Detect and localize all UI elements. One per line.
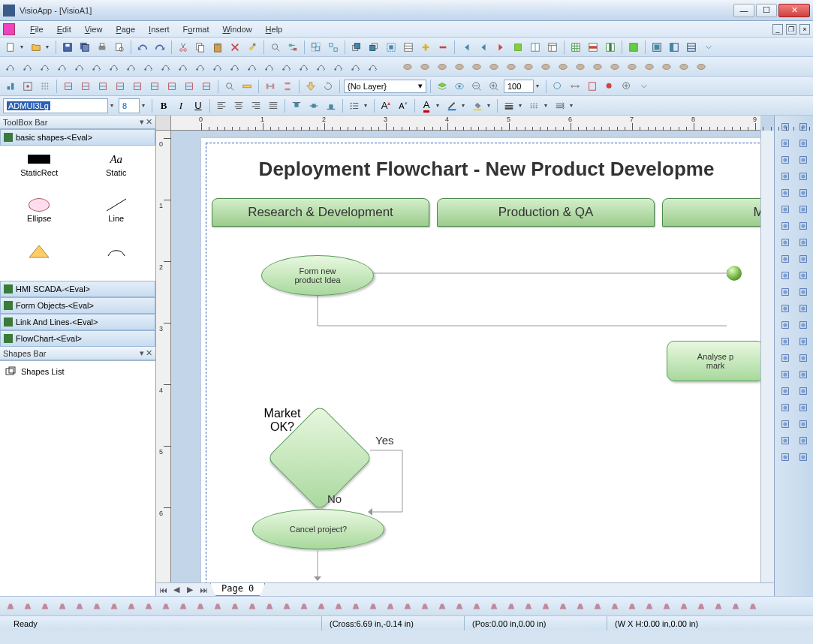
nav-first-button[interactable] [459, 40, 474, 55]
connector-tool-13[interactable] [227, 59, 242, 74]
connector-tool-9[interactable] [158, 59, 173, 74]
align-left-button[interactable] [214, 98, 229, 113]
connector-u[interactable] [796, 401, 811, 414]
rotate-button[interactable] [321, 79, 336, 94]
connector-tool-19[interactable] [331, 59, 346, 74]
category-link[interactable]: Link And Lines-<Eval> [0, 314, 155, 330]
table-insert-button[interactable] [568, 40, 583, 55]
rect-tool[interactable] [796, 219, 811, 233]
bottom-shape-31[interactable] [538, 599, 553, 614]
pointer[interactable] [778, 120, 793, 134]
bottom-shape-19[interactable] [331, 599, 346, 614]
shape-staticrect[interactable]: StaticRect [5, 150, 74, 193]
properties-button[interactable] [545, 40, 560, 55]
layers-dialog-button[interactable] [401, 40, 416, 55]
shapes-list-item[interactable]: Shapes List [0, 361, 155, 382]
window-minimize-button[interactable]: — [733, 4, 754, 17]
rrect[interactable] [796, 351, 811, 365]
menu-window[interactable]: Window [216, 23, 257, 35]
remove-button[interactable] [435, 40, 450, 55]
cut-button[interactable] [176, 40, 191, 55]
node-form-idea[interactable]: Form new product Idea [261, 255, 374, 296]
align-tool-8[interactable] [199, 79, 214, 94]
shape-tool-8[interactable] [538, 59, 553, 74]
camera[interactable] [778, 434, 793, 447]
table-insert-row-button[interactable] [586, 40, 601, 55]
ruler-toggle[interactable] [239, 79, 254, 94]
bottom-shape-18[interactable] [314, 599, 329, 614]
category-basic-shapes[interactable]: basic shapes-<Eval> [0, 129, 155, 146]
ellipse-tool[interactable] [778, 219, 793, 233]
swimlane-rd[interactable]: Research & Development [212, 198, 429, 227]
open-button[interactable] [29, 40, 44, 55]
redo-button[interactable] [152, 40, 167, 55]
layer-selector[interactable]: {No Layer}▾ [344, 80, 426, 93]
zoom-sel-button[interactable] [619, 79, 634, 94]
line-color-button[interactable] [444, 98, 459, 113]
bottom-shape-13[interactable] [227, 599, 242, 614]
align-justify-button[interactable] [266, 98, 281, 113]
table-insert-col-button[interactable] [603, 40, 618, 55]
category-form[interactable]: Form Objects-<Eval> [0, 297, 155, 314]
line-cross[interactable] [796, 153, 811, 167]
shape-tool-1[interactable] [417, 59, 432, 74]
distribute-v-button[interactable] [280, 79, 295, 94]
connector-tool-4[interactable] [72, 59, 87, 74]
menu-file[interactable]: File [24, 23, 50, 35]
bottom-shape-24[interactable] [417, 599, 432, 614]
zoom-page-button[interactable] [585, 79, 600, 94]
format-painter-button[interactable] [245, 40, 260, 55]
layout-2-button[interactable] [667, 40, 682, 55]
node-analyse[interactable]: Analyse p mark [667, 341, 760, 381]
bottom-shape-39[interactable] [676, 599, 691, 614]
triangle-left[interactable] [778, 236, 793, 249]
valign-top-button[interactable] [289, 98, 304, 113]
align-tool-0[interactable] [61, 79, 76, 94]
bottom-shape-40[interactable] [694, 599, 709, 614]
send-back-button[interactable] [366, 40, 381, 55]
layer-add-button[interactable] [435, 79, 450, 94]
connector-tool-15[interactable] [262, 59, 277, 74]
node-start-sphere[interactable] [727, 266, 742, 281]
connector-tool-0[interactable] [3, 59, 18, 74]
star[interactable] [796, 252, 811, 266]
shape-ellipse[interactable]: Ellipse [5, 196, 74, 239]
connector-tool-21[interactable] [366, 59, 381, 74]
add-button[interactable] [418, 40, 433, 55]
bottom-shape-11[interactable] [193, 599, 208, 614]
bottom-shape-9[interactable] [158, 599, 173, 614]
pan-button[interactable] [303, 79, 318, 94]
connector-z[interactable] [778, 401, 793, 414]
connector-tool-20[interactable] [348, 59, 363, 74]
shape-tool-12[interactable] [607, 59, 622, 74]
shape-tool-4[interactable] [469, 59, 484, 74]
bottom-shape-21[interactable] [366, 599, 381, 614]
s-curve[interactable] [778, 186, 793, 200]
bottom-shape-8[interactable] [141, 599, 156, 614]
swimlane-prod[interactable]: Production & QA [437, 198, 655, 227]
bottom-shape-41[interactable] [711, 599, 726, 614]
font-color-button[interactable]: A [419, 98, 434, 113]
connector-tool-18[interactable] [314, 59, 329, 74]
anchor-toggle[interactable] [20, 79, 35, 94]
connector-tool-14[interactable] [245, 59, 260, 74]
paste-button[interactable] [210, 40, 225, 55]
zoom-width-button[interactable] [568, 79, 583, 94]
connector-tool-16[interactable] [279, 59, 294, 74]
window-close-button[interactable]: ✕ [778, 4, 810, 17]
node-cancel[interactable]: Cancel project? [252, 509, 384, 549]
replace-button[interactable] [285, 40, 300, 55]
bullets-button[interactable] [347, 98, 362, 113]
undo-button[interactable] [135, 40, 150, 55]
connector-tool-6[interactable] [107, 59, 122, 74]
image-tool[interactable] [796, 417, 811, 431]
italic-button[interactable]: I [173, 98, 188, 113]
zoom-fit-button[interactable] [550, 79, 565, 94]
shape-tool-7[interactable] [521, 59, 536, 74]
pie[interactable] [796, 203, 811, 216]
line-style-button[interactable] [527, 98, 542, 113]
polygon[interactable] [778, 252, 793, 266]
bottom-shape-2[interactable] [38, 599, 53, 614]
nav-prev-button[interactable] [476, 40, 491, 55]
bottom-shape-1[interactable] [20, 599, 35, 614]
